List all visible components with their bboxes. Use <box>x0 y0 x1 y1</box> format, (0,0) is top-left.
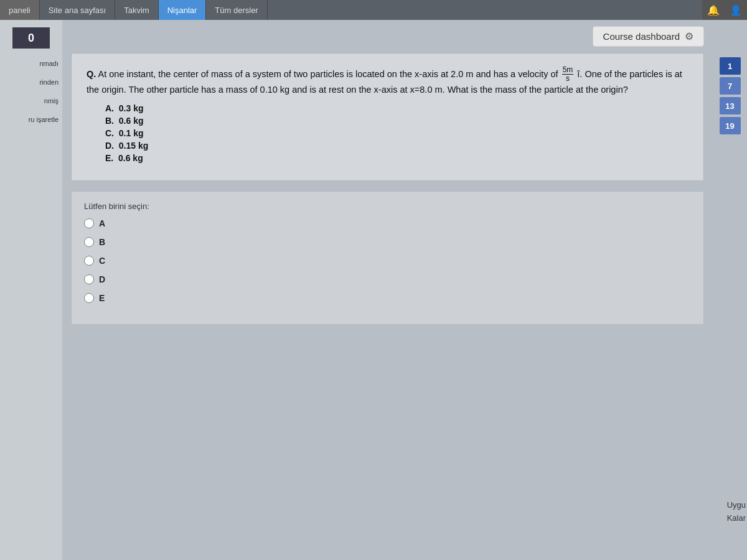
radio-label-c: C <box>99 256 105 266</box>
radio-e[interactable] <box>84 293 94 303</box>
course-dashboard-button[interactable]: Course dashboard ⚙ <box>593 26 704 47</box>
question-prefix: Q. <box>87 69 96 79</box>
radio-a[interactable] <box>84 218 94 228</box>
choice-a: A. 0.3 kg <box>105 103 688 113</box>
right-num-1[interactable]: 1 <box>720 57 741 75</box>
sidebar-label-rinden: rinden <box>0 76 62 88</box>
choice-d: D. 0.15 kg <box>105 141 688 151</box>
velocity-fraction: 5m s <box>562 66 574 83</box>
gear-icon: ⚙ <box>685 30 693 42</box>
radio-option-b[interactable]: B <box>84 237 691 247</box>
radio-b[interactable] <box>84 237 94 247</box>
top-right-icons: 🔔 👤 <box>702 0 747 20</box>
main-container: 0 nmadı rinden nmiş ru işaretle Course d… <box>0 20 747 560</box>
sidebar-number: 0 <box>12 27 50 49</box>
right-num-13[interactable]: 13 <box>720 97 741 114</box>
nav-item-tum-dersler[interactable]: Tüm dersler <box>206 0 267 20</box>
right-num-19[interactable]: 19 <box>720 117 741 134</box>
radio-label-d: D <box>99 274 105 284</box>
nav-item-site-ana-sayfasi[interactable]: Site ana sayfası <box>40 0 116 20</box>
header-row: Course dashboard ⚙ <box>71 26 704 47</box>
answer-prompt: Lütfen birini seçin: <box>84 202 691 211</box>
sidebar-label-nmadi: nmadı <box>0 57 62 70</box>
content-area: Course dashboard ⚙ Q. At one instant, th… <box>62 20 713 560</box>
sidebar-label-nmis: nmiş <box>0 95 62 107</box>
course-dashboard-label: Course dashboard <box>603 31 680 42</box>
user-icon-button[interactable]: 👤 <box>725 0 747 20</box>
nav-item-nisanlar[interactable]: Nişanlar <box>159 0 207 20</box>
right-sidebar: 1 7 13 19 Uygu Kalar <box>713 20 747 560</box>
radio-option-e[interactable]: E <box>84 293 691 303</box>
bell-icon-button[interactable]: 🔔 <box>702 0 725 20</box>
radio-option-d[interactable]: D <box>84 274 691 284</box>
choice-list: A. 0.3 kg B. 0.6 kg C. 0.1 kg D. 0.15 kg… <box>105 103 688 163</box>
nav-item-paneli[interactable]: paneli <box>0 0 40 20</box>
radio-label-b: B <box>99 237 105 247</box>
right-sidebar-bottom: Uygu Kalar <box>727 500 746 523</box>
radio-option-a[interactable]: A <box>84 218 691 228</box>
radio-d[interactable] <box>84 274 94 284</box>
choice-e: E. 0.6 kg <box>105 153 688 163</box>
radio-c[interactable] <box>84 256 94 266</box>
question-box: Q. At one instant, the center of mass of… <box>71 53 704 181</box>
right-label-kalar: Kalar <box>727 513 746 523</box>
right-label-uygu: Uygu <box>727 500 746 510</box>
radio-label-a: A <box>99 218 105 228</box>
user-icon: 👤 <box>730 4 742 16</box>
choice-c: C. 0.1 kg <box>105 128 688 138</box>
radio-option-c[interactable]: C <box>84 256 691 266</box>
answer-section: Lütfen birini seçin: A B C D E <box>71 191 704 325</box>
question-text: Q. At one instant, the center of mass of… <box>87 66 688 97</box>
left-sidebar: 0 nmadı rinden nmiş ru işaretle <box>0 20 62 560</box>
question-main-text: At one instant, the center of mass of a … <box>98 69 561 79</box>
choice-b: B. 0.6 kg <box>105 116 688 126</box>
nav-item-takvim[interactable]: Takvim <box>115 0 158 20</box>
bell-icon: 🔔 <box>707 4 720 16</box>
sidebar-label-isaretle: ru işaretle <box>0 113 62 126</box>
radio-label-e: E <box>99 293 105 303</box>
top-navigation: paneli Site ana sayfası Takvim Nişanlar … <box>0 0 747 20</box>
right-num-7[interactable]: 7 <box>720 77 741 95</box>
